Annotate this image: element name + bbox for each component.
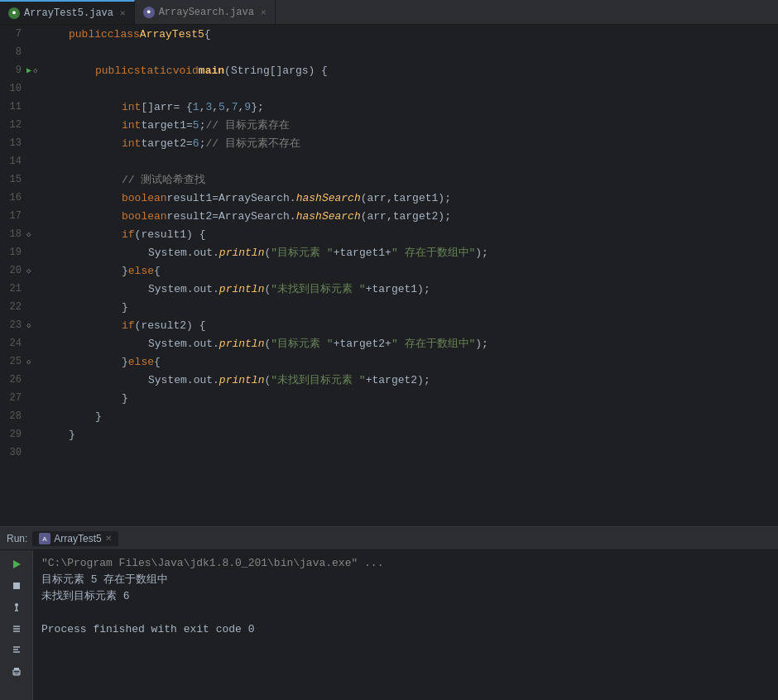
line-number-9: 9: [0, 65, 26, 76]
run-pin-button[interactable]: [7, 598, 26, 616]
kw-else-25: else: [128, 356, 154, 368]
run-gutter-icon-9[interactable]: ▶: [26, 65, 31, 75]
run-toolbar: [0, 550, 33, 700]
code-editor[interactable]: public class ArrayTest5 { public static …: [62, 25, 778, 526]
cls-arraysearch-17: ArraySearch: [219, 210, 290, 223]
punc-23b: ) {: [186, 319, 205, 332]
punc-21d: +: [366, 283, 372, 295]
line-number-16: 16: [0, 192, 26, 204]
code-line-20: } else {: [62, 261, 778, 280]
punc-16b: .: [290, 192, 296, 204]
code-line-24: System.out.println("目标元素 " + target2 + "…: [62, 334, 778, 352]
str-24a: "目标元素 ": [271, 336, 333, 351]
svg-rect-3: [13, 583, 20, 589]
cls-system-24: System: [148, 338, 187, 350]
line-number-29: 29: [0, 429, 26, 440]
gutter-row-29: 29: [0, 425, 62, 443]
code-line-19: System.out.println("目标元素 " + target1 + "…: [62, 243, 778, 261]
kw-class-7: class: [108, 28, 140, 41]
bookmark-icon-25[interactable]: ◇: [26, 357, 31, 367]
punc-24a: .: [187, 338, 194, 350]
method-println-19: println: [219, 247, 265, 259]
punc-27: }: [122, 392, 128, 405]
tab-close-arraysearchjava[interactable]: ✕: [261, 7, 267, 17]
punc-22: }: [122, 301, 128, 314]
punc-21b: .: [213, 283, 219, 295]
cmt-15: // 测试哈希查找: [122, 172, 205, 187]
tab-icon-arraytestjava: ●: [8, 7, 20, 19]
run-tab-close[interactable]: ✕: [105, 534, 112, 543]
kw-void-9: void: [173, 65, 199, 77]
cls-string: String: [231, 65, 270, 77]
var-out-26: out: [194, 374, 213, 386]
punc-11d: ,: [212, 101, 219, 113]
punc-24f: );: [475, 338, 488, 350]
kw-int-12: int: [122, 119, 141, 132]
var-out-21: out: [194, 283, 213, 295]
run-label: Run:: [7, 533, 27, 544]
line-number-17: 17: [0, 210, 26, 222]
punc-16d: ,: [387, 192, 393, 204]
var-target1-19: target1: [339, 247, 385, 259]
bookmark-icon-18[interactable]: ◇: [26, 230, 31, 239]
bookmark-icon-9[interactable]: ◇: [33, 66, 37, 75]
line-number-15: 15: [0, 174, 26, 185]
punc-23a: (: [135, 319, 142, 332]
code-line-14: [62, 152, 778, 170]
play-icon: [12, 559, 22, 569]
punc-18a: (: [135, 228, 142, 241]
num-9: 9: [244, 101, 251, 113]
bookmark-icon-20[interactable]: ◇: [26, 266, 31, 276]
code-line-16: boolean result1 = ArraySearch.hashSearch…: [62, 189, 778, 207]
num-5-12: 5: [193, 119, 199, 132]
code-line-7: public class ArrayTest5 {: [62, 25, 778, 43]
var-target2-17: target2: [393, 210, 439, 223]
methodname-main: main: [199, 65, 224, 77]
gutter-row-8: 8: [0, 43, 62, 61]
output-text-4: Process finished with exit code 0: [41, 623, 254, 635]
kw-public-7: public: [69, 28, 108, 41]
gutter-row-7: 7: [0, 25, 62, 43]
cls-system-19: System: [148, 247, 187, 259]
punc-26d: +: [366, 374, 372, 386]
run-scroll-button[interactable]: [7, 620, 26, 638]
punc-26e: );: [417, 374, 430, 386]
var-target2-26: target2: [372, 374, 417, 386]
gutter-row-17: 17: [0, 207, 62, 225]
str-24b: " 存在于数组中": [391, 336, 475, 351]
tab-arraytestjava[interactable]: ● ArrayTest5.java ✕: [0, 0, 135, 24]
num-5: 5: [219, 101, 225, 113]
var-arr-17: arr: [367, 210, 387, 223]
punc-20b: {: [154, 265, 161, 277]
run-play-button[interactable]: [7, 555, 26, 573]
run-lines-button[interactable]: [7, 641, 26, 659]
run-tab[interactable]: A ArrayTest5 ✕: [32, 531, 118, 546]
kw-else-20: else: [128, 265, 154, 277]
code-line-27: }: [62, 389, 778, 407]
svg-point-4: [15, 603, 18, 607]
punc-26b: .: [213, 374, 219, 386]
cmt-13: // 目标元素不存在: [205, 136, 300, 151]
lines-icon: [12, 645, 22, 655]
cls-arraysearch-16: ArraySearch: [219, 192, 290, 204]
tab-close-arraytestjava[interactable]: ✕: [120, 7, 126, 18]
var-target2-24: target2: [339, 338, 385, 350]
var-result2-23: result2: [141, 319, 186, 332]
output-line-4: Process finished with exit code 0: [41, 621, 770, 638]
punc-28: }: [95, 410, 102, 423]
tab-label-arraytestjava: ArrayTest5.java: [24, 7, 113, 19]
punc-26a: .: [187, 374, 194, 386]
punc-13a: =: [186, 137, 193, 150]
tab-arraysearchjava[interactable]: ● ArraySearch.java ✕: [135, 0, 276, 24]
code-line-30: [62, 443, 778, 462]
output-line-3: [41, 605, 770, 621]
code-line-9: public static void main(String[] args) {: [62, 61, 778, 79]
punc-21e: );: [417, 283, 430, 295]
var-result1-18: result1: [141, 228, 186, 241]
run-body: "C:\Program Files\Java\jdk1.8.0_201\bin\…: [0, 550, 778, 700]
run-print-button[interactable]: [7, 663, 26, 681]
run-stop-button[interactable]: [7, 577, 26, 595]
run-panel: Run: A ArrayTest5 ✕: [0, 526, 778, 700]
bookmark-icon-23[interactable]: ◇: [26, 321, 31, 330]
gutter-row-22: 22: [0, 298, 62, 316]
